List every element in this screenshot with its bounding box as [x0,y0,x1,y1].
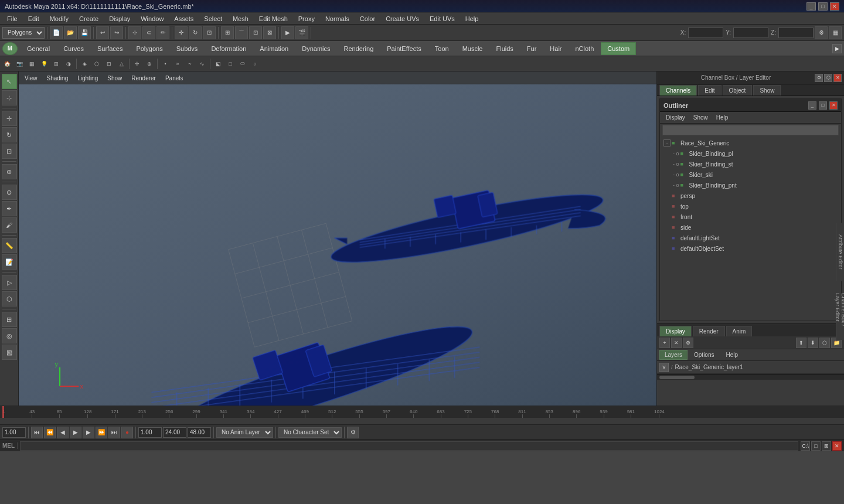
paint-select-btn[interactable]: ⊹ [2,90,17,105]
layer-scrollbar[interactable] [657,374,844,380]
fluid-icon[interactable]: ~ [184,58,196,70]
manip-icon[interactable]: ✛ [131,58,143,70]
menu-tab-polygons[interactable]: Polygons [130,42,169,55]
sphere-icon[interactable]: ○ [249,58,261,70]
paint-weights-btn[interactable]: 🖌 [2,217,17,233]
cb-settings-icon[interactable]: ⚙ [815,74,823,82]
isolate-btn[interactable]: ◎ [2,328,17,343]
shading-menu[interactable]: Shading [43,74,72,83]
menu-tab-subdvs[interactable]: Subdvs [170,42,205,55]
select-tool-btn[interactable]: ↖ [2,74,17,89]
lighting-menu[interactable]: Lighting [74,74,101,83]
scale-tool-btn[interactable]: ⊡ [2,144,17,159]
render-region-btn[interactable]: ▷ [2,275,17,290]
mode-dropdown[interactable]: Polygons [2,27,45,39]
menu-item-file[interactable]: File [2,14,22,23]
menu-item-normals[interactable]: Normals [321,14,354,23]
rotate-tool-btn[interactable]: ↻ [2,127,17,142]
render-tab[interactable]: Render [693,326,725,336]
scale-btn[interactable]: ⊡ [203,26,216,39]
attribute-editor-tab[interactable]: Attribute Editor [836,223,844,281]
layer-scroll-thumb[interactable] [659,376,695,379]
menu-tab-hair[interactable]: Hair [543,42,568,55]
home-icon[interactable]: 🏠 [1,58,13,70]
save-btn[interactable]: 💾 [78,26,91,39]
menu-item-create[interactable]: Create [74,14,103,23]
z-input[interactable] [778,28,814,38]
close-button[interactable]: ✕ [830,2,839,11]
ipr-btn[interactable]: 🎬 [295,26,308,39]
grid-icon[interactable]: ▦ [26,58,38,70]
outliner-display-menu[interactable]: Display [662,113,689,122]
menu-item-edit-mesh[interactable]: Edit Mesh [254,14,292,23]
sel-mask-icon[interactable]: ◈ [79,58,90,70]
layer-vis-toggle[interactable]: V [659,363,669,372]
hair-icon[interactable]: ∿ [196,58,208,70]
menu-tabs-scroll-arrow[interactable]: ▶ [832,44,842,53]
menu-item-create-uvs[interactable]: Create UVs [381,14,424,23]
y-input[interactable] [733,28,768,38]
move-tool-btn[interactable]: ✛ [2,111,17,126]
show-manip-btn[interactable]: ⊕ [2,164,17,179]
menu-item-color[interactable]: Color [355,14,380,23]
menu-tab-ncloth[interactable]: nCloth [569,42,601,55]
layer-btn6[interactable]: ⬡ [819,338,830,348]
shade-icon[interactable]: ◑ [63,58,74,70]
layer-vis-btn[interactable]: ▧ [2,345,17,360]
outliner-item-c1[interactable]: - o■Skier_Binding_pl [661,148,840,159]
go-end-btn[interactable]: ⏭ [108,427,120,438]
outliner-item-c4[interactable]: - o■Skier_Binding_pnt [661,180,840,190]
status-icon-box[interactable]: □ [811,441,821,451]
expand-icon[interactable]: - [663,139,671,147]
sculpt-btn[interactable]: ✒ [2,201,17,216]
timeline-ruler[interactable]: 1438512817121325629934138442746951255559… [0,406,844,418]
redo-btn[interactable]: ↪ [110,26,123,39]
show-tab[interactable]: Show [753,85,781,96]
anim-tab[interactable]: Anim [726,326,753,336]
anim-layer-dropdown[interactable]: No Anim Layer [216,427,273,438]
outliner-item-defaultObjectSet[interactable]: ■defaultObjectSet [661,243,840,254]
subdiv-icon[interactable]: △ [115,58,127,70]
fwd-frame-btn[interactable]: ▶ [83,427,94,438]
layers-subtab[interactable]: Layers [659,350,688,360]
display-tab[interactable]: Display [659,326,692,336]
snap-curve-btn[interactable]: ⌒ [235,26,248,39]
outliner-item-front[interactable]: ■front [661,212,840,222]
poly-icon[interactable]: ⬡ [91,58,103,70]
outliner-item-top[interactable]: ■top [661,201,840,212]
rotate-btn[interactable]: ↻ [189,26,202,39]
maximize-button[interactable]: □ [818,2,828,11]
menu-tab-animation[interactable]: Animation [253,42,295,55]
outliner-item-side[interactable]: ■side [661,222,840,233]
anim-prefs-btn[interactable]: ⚙ [347,427,359,438]
menu-tab-deformation[interactable]: Deformation [205,42,253,55]
show-menu[interactable]: Show [104,74,125,83]
edit-tab[interactable]: Edit [698,85,721,96]
menu-tab-muscle[interactable]: Muscle [456,42,489,55]
menu-tab-painteffects[interactable]: PaintEffects [380,42,428,55]
maya-logo[interactable]: M [2,42,18,55]
deform-icon[interactable]: ⬕ [212,58,224,70]
layer-btn5[interactable]: ⬇ [808,338,818,348]
outliner-content[interactable]: -■Race_Ski_Generic- o■Skier_Binding_pl- … [660,137,841,321]
panels-menu[interactable]: Panels [162,74,187,83]
open-btn[interactable]: 📂 [64,26,77,39]
menu-item-display[interactable]: Display [104,14,135,23]
cylinder-icon[interactable]: ⬭ [237,58,249,70]
menu-item-assets[interactable]: Assets [169,14,198,23]
menu-tab-general[interactable]: General [21,42,56,55]
layer-btn4[interactable]: ⬆ [796,338,806,348]
menu-tab-toon[interactable]: Toon [428,42,455,55]
cb-float-icon[interactable]: ⬡ [824,74,832,82]
panel-btn[interactable]: ▦ [829,26,842,39]
menu-item-help[interactable]: Help [461,14,484,23]
measure-btn[interactable]: 📏 [2,238,17,253]
go-start-btn[interactable]: ⏮ [31,427,43,438]
menu-item-modify[interactable]: Modify [45,14,73,23]
options-subtab[interactable]: Options [689,350,719,360]
frame-input[interactable] [2,427,26,438]
menu-item-select[interactable]: Select [199,14,227,23]
nurbs-icon[interactable]: ⊡ [103,58,115,70]
move-btn[interactable]: ✛ [175,26,188,39]
menu-tab-rendering[interactable]: Rendering [338,42,380,55]
